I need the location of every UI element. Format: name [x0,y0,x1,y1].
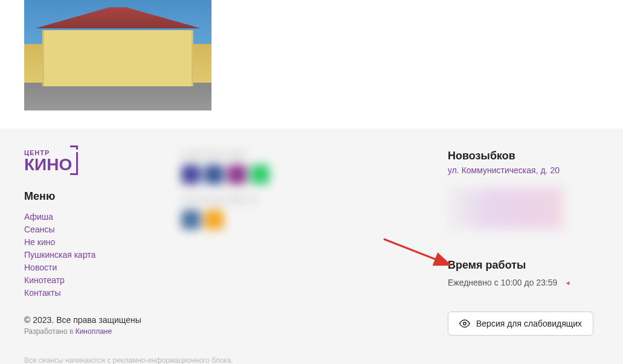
cinema-building-image [24,0,211,110]
menu-item-notcinema[interactable]: Не кино [24,237,55,247]
svg-point-0 [463,322,466,325]
hours-title: Время работы [448,259,599,272]
accessibility-label: Версия для слабовидящих [476,319,582,328]
logo[interactable]: ЦЕНТР КИНО [24,150,157,173]
footer: ЦЕНТР КИНО Меню Афиша Сеансы Не кино Пуш… [0,129,623,364]
dev-prefix: Разработано в [24,327,76,336]
menu-list: Афиша Сеансы Не кино Пушкинская карта Но… [24,211,157,298]
menu-item-contacts[interactable]: Контакты [24,288,60,298]
blurred-contact [448,188,563,229]
copyright: © 2023. Все права защищены [24,315,157,325]
logo-main-text: КИНО [24,156,72,173]
city-name: Новозыбков [448,150,599,162]
menu-item-cinema[interactable]: Кинотеатр [24,275,65,285]
developed-by: Разработано в Киноплане [24,327,157,336]
menu-title: Меню [24,190,157,203]
dev-link[interactable]: Киноплане [76,327,112,336]
top-section [0,0,623,129]
disclaimer-line1: Все сеансы начинаются с рекламно-информа… [24,355,599,364]
blurred-social-2: Lorem ipsum dolor sit [181,195,338,229]
menu-item-seances[interactable]: Сеансы [24,225,54,234]
annotation-mark-icon: ◄ [564,279,570,286]
disclaimer: Все сеансы начинаются с рекламно-информа… [24,355,599,364]
menu-item-pushkin[interactable]: Пушкинская карта [24,250,95,260]
menu-item-afisha[interactable]: Афиша [24,212,53,222]
blurred-social-1: Lorem ipsum dolor [181,150,338,184]
menu-item-news[interactable]: Новости [24,263,57,272]
accessibility-button[interactable]: Версия для слабовидящих [448,311,593,336]
hours-text: Ежедневно с 10:00 до 23:59 [448,278,557,287]
address-link[interactable]: ул. Коммунистическая, д. 20 [448,165,560,175]
eye-icon [459,318,470,329]
